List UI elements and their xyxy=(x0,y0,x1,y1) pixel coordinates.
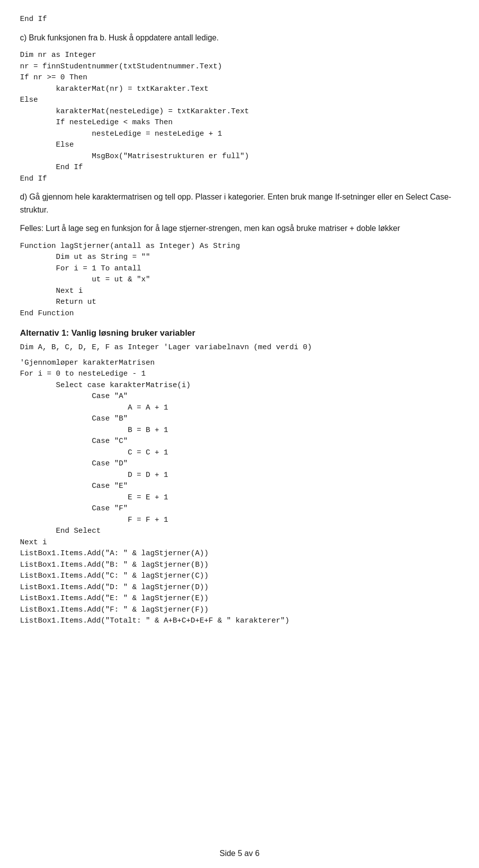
prose-d-section: d) Gå gjennom hele karaktermatrisen og t… xyxy=(20,191,459,216)
prose-felles-section: Felles: Lurt å lage seg en funksjon for … xyxy=(20,222,459,235)
code-alt1-dim-section: Dim A, B, C, D, E, F as Integer 'Lager v… xyxy=(20,342,459,354)
code-c-block: Dim nr as Integer nr = finnStudentnummer… xyxy=(20,50,459,185)
code-function-section: Function lagStjerner(antall as Integer) … xyxy=(20,241,459,320)
prose-d-text: d) Gå gjennom hele karaktermatrisen og t… xyxy=(20,191,459,216)
code-alt1-dim-block: Dim A, B, C, D, E, F as Integer 'Lager v… xyxy=(20,342,459,354)
code-c-section: Dim nr as Integer nr = finnStudentnummer… xyxy=(20,50,459,185)
heading-alt1-section: Alternativ 1: Vanlig løsning bruker vari… xyxy=(20,328,459,338)
heading-alt1-text: Alternativ 1: Vanlig løsning bruker vari… xyxy=(20,328,459,338)
prose-c-text: c) Bruk funksjonen fra b. Husk å oppdate… xyxy=(20,31,459,44)
end-if-top: End If xyxy=(20,14,459,25)
code-alt1-main-block: 'Gjennomløper karakterMatrisen For i = 0… xyxy=(20,358,459,627)
prose-felles-text: Felles: Lurt å lage seg en funksjon for … xyxy=(20,222,459,235)
code-function-block: Function lagStjerner(antall as Integer) … xyxy=(20,241,459,320)
footer-text: Side 5 av 6 xyxy=(220,849,259,858)
code-alt1-main-section: 'Gjennomløper karakterMatrisen For i = 0… xyxy=(20,358,459,627)
prose-c-section: c) Bruk funksjonen fra b. Husk å oppdate… xyxy=(20,31,459,44)
page-footer: Side 5 av 6 xyxy=(0,849,479,858)
